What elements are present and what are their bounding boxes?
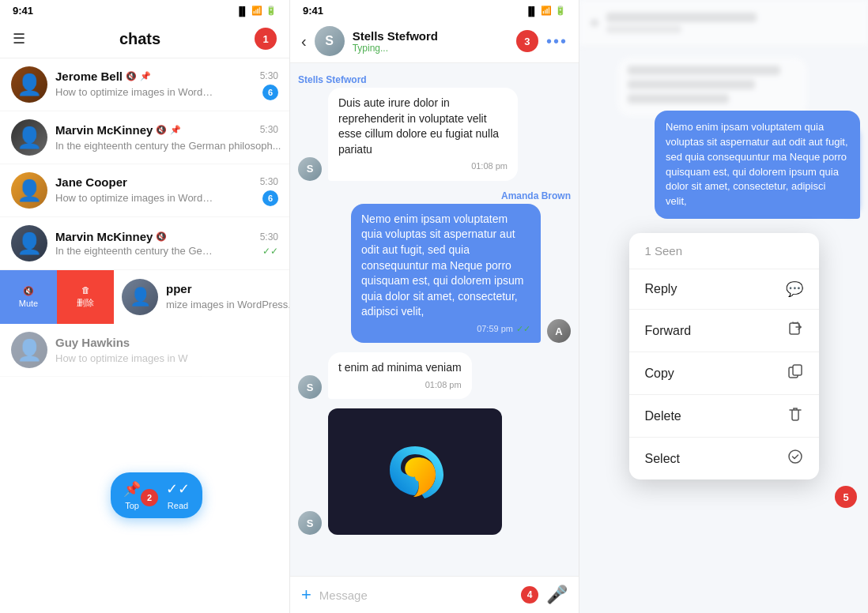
list-item[interactable]: 👤 Jerome Bell 🔇 📌 5:30 How to optimize i… xyxy=(0,58,289,111)
new-chat-badge[interactable]: 1 xyxy=(255,28,277,50)
top-button[interactable]: 📌 Top xyxy=(123,480,141,510)
mute-icon: 🔇 xyxy=(126,71,137,81)
back-button[interactable]: ‹ xyxy=(301,32,307,51)
mute-action[interactable]: 🔇 Mute xyxy=(0,270,57,324)
message-bubble[interactable]: t enim ad minima veniam 01:08 pm xyxy=(328,352,472,399)
unread-badge: 6 xyxy=(262,190,278,206)
message-row: S t enim ad minima veniam 01:08 pm xyxy=(298,352,472,399)
avatar: 👤 xyxy=(122,279,158,315)
contact-info: Stells Stefword Typing... xyxy=(353,29,508,54)
signal-icon: ▐▌ xyxy=(236,6,248,16)
signal-icons-left: ▐▌ 📶 🔋 xyxy=(236,6,277,16)
message-image[interactable] xyxy=(328,408,502,535)
hamburger-icon[interactable]: ☰ xyxy=(13,30,25,47)
message-item: S t enim ad minima veniam 01:08 pm xyxy=(298,352,571,399)
context-delete-item[interactable]: Delete xyxy=(629,395,819,438)
forward-label: Forward xyxy=(645,324,692,338)
conv-badge: 3 xyxy=(516,30,538,52)
message-row: A Nemo enim ipsam voluptatem quia volupt… xyxy=(351,204,571,344)
svg-rect-2 xyxy=(793,365,802,375)
pin-icon: 📌 xyxy=(170,125,181,135)
list-item[interactable]: 👤 Marvin McKinney 🔇 5:30 In the eighteen… xyxy=(0,217,289,270)
chat-name: Marvin McKinney 🔇 xyxy=(55,230,167,243)
signal-icons-middle: ▐▌ 📶 🔋 xyxy=(525,6,566,16)
read-label: Read xyxy=(168,501,188,510)
chat-name-row: Jane Cooper 5:30 xyxy=(55,175,278,189)
message-text: Duis aute irure dolor in reprehenderit i… xyxy=(338,96,499,156)
status-bar-left: 9:41 ▐▌ 📶 🔋 xyxy=(0,0,289,21)
message-sender: Amanda Brown xyxy=(501,190,571,201)
message-avatar: A xyxy=(547,319,571,343)
chat-list-header: ☰ chats 1 xyxy=(0,21,289,58)
list-item[interactable]: 👤 Guy Hawkins How to optimize images in … xyxy=(0,324,289,377)
message-input[interactable] xyxy=(319,589,513,602)
selected-message-text: Nemo enim ipsam voluptatem quia voluptas… xyxy=(666,121,848,207)
delete-action[interactable]: 🗑 删除 xyxy=(57,270,114,324)
avatar: 👤 xyxy=(11,172,47,209)
read-button[interactable]: ✓✓ Read xyxy=(166,480,190,510)
partial-chat-preview: mize images in WordPress... xyxy=(166,299,289,310)
context-copy-item[interactable]: Copy xyxy=(629,352,819,395)
top-icon: 📌 xyxy=(123,480,141,498)
select-icon xyxy=(787,449,803,468)
mute-icon: 🔇 xyxy=(156,231,167,242)
floating-action-buttons: 📌 Top 2 ✓✓ Read xyxy=(111,472,202,518)
message-item: Stells Stefword S Duis aute irure dolor … xyxy=(298,74,571,181)
chat-name: Marvin McKinney 🔇 📌 xyxy=(55,123,181,137)
mute-icon: 🔇 xyxy=(156,125,167,135)
chats-panel: 9:41 ▐▌ 📶 🔋 ☰ chats 1 👤 Jerome Bell 🔇 📌 xyxy=(0,0,289,613)
avatar-face: 👤 xyxy=(17,126,42,150)
audio-record-button[interactable]: 🎤 xyxy=(546,585,568,605)
mute-action-label: Mute xyxy=(19,299,38,308)
more-options-button[interactable]: ••• xyxy=(546,32,568,51)
message-time: 07:59 pm xyxy=(477,323,513,335)
chat-content: Guy Hawkins How to optimize images in W xyxy=(55,336,278,365)
context-menu-panel: Nemo enim ipsam voluptatem quia voluptas… xyxy=(579,0,868,613)
chat-name-row: Jerome Bell 🔇 📌 5:30 xyxy=(55,70,278,83)
chat-content: Jerome Bell 🔇 📌 5:30 How to optimize ima… xyxy=(55,70,278,100)
status-bar-middle: 9:41 ▐▌ 📶 🔋 xyxy=(290,0,579,21)
chat-name: Guy Hawkins xyxy=(55,336,130,349)
chat-preview: In the eighteenth century the German phi… xyxy=(55,245,213,257)
context-forward-item[interactable]: Forward xyxy=(629,310,819,352)
message-avatar: S xyxy=(298,157,322,181)
chat-name-row: Guy Hawkins xyxy=(55,336,278,349)
pin-icon: 📌 xyxy=(140,71,151,81)
avatar: 👤 xyxy=(11,66,47,103)
chat-name: Jane Cooper xyxy=(55,175,127,189)
chat-time: 5:30 xyxy=(260,231,278,243)
message-time: 01:08 pm xyxy=(425,379,462,391)
message-bubble[interactable]: Nemo enim ipsam voluptatem quia voluptas… xyxy=(351,204,541,344)
context-reply-item[interactable]: Reply 💬 xyxy=(629,269,819,310)
message-bubble[interactable]: Duis aute irure dolor in reprehenderit i… xyxy=(328,88,518,181)
list-item[interactable]: 👤 Jane Cooper 5:30 How to optimize image… xyxy=(0,164,289,217)
delete-action-icon: 🗑 xyxy=(81,285,90,295)
message-item: S xyxy=(298,408,571,535)
copy-label: Copy xyxy=(645,367,674,381)
add-attachment-button[interactable]: + xyxy=(301,585,311,605)
message-time-row: 01:08 pm xyxy=(338,160,508,172)
chat-preview: How to optimize images in W xyxy=(55,352,188,364)
unread-badge: 6 xyxy=(262,85,278,100)
context-select-item[interactable]: Select xyxy=(629,438,819,479)
context-menu: 1 Seen Reply 💬 Forward Copy xyxy=(629,233,819,479)
swiped-chat-item: 🔇 Mute 🗑 删除 👤 pper 5:30 xyxy=(0,270,289,324)
svg-rect-0 xyxy=(790,323,799,334)
battery-icon: 🔋 xyxy=(555,6,566,16)
wifi-icon: 📶 xyxy=(541,6,552,16)
chat-content: Jane Cooper 5:30 How to optimize images … xyxy=(55,175,278,206)
delete-icon xyxy=(787,406,803,426)
avatar-face: 👤 xyxy=(17,338,42,363)
message-row: S xyxy=(298,408,502,535)
input-badge: 4 xyxy=(521,586,538,604)
list-item[interactable]: 👤 Marvin McKinney 🔇 📌 5:30 In the eighte… xyxy=(0,111,289,164)
messages-list: Stells Stefword S Duis aute irure dolor … xyxy=(290,63,579,576)
battery-icon: 🔋 xyxy=(266,6,277,16)
delete-label: Delete xyxy=(645,409,681,423)
conversation-panel: 9:41 ▐▌ 📶 🔋 ‹ S Stells Stefword Typing..… xyxy=(289,0,579,613)
message-time-row: 01:08 pm xyxy=(338,379,462,391)
avatar: 👤 xyxy=(11,332,47,368)
chat-preview: In the eighteenth century the German phi… xyxy=(55,140,281,152)
contact-status: Typing... xyxy=(353,43,508,54)
conversation-header: ‹ S Stells Stefword Typing... 3 ••• xyxy=(290,21,579,63)
